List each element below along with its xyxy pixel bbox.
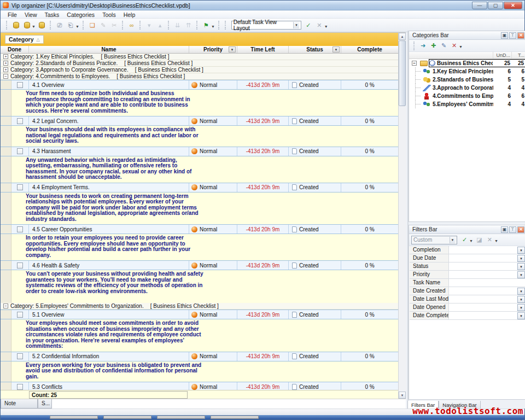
chevron-down-icon[interactable]: ▼: [517, 255, 525, 262]
panel-pin-icon[interactable]: ⊤: [509, 32, 516, 39]
scroll-up-icon[interactable]: ▲: [399, 33, 406, 40]
chevron-down-icon[interactable]: ▼: [469, 239, 473, 243]
tree-item[interactable]: −Business Ethics Checklist2525: [409, 59, 525, 67]
column-header-done[interactable]: Done: [1, 46, 29, 53]
menu-tasks[interactable]: Tasks: [41, 11, 63, 18]
filter-value-field[interactable]: [449, 287, 517, 295]
expand-icon[interactable]: +: [3, 54, 8, 59]
chevron-down-icon[interactable]: ▼: [517, 296, 525, 303]
chevron-down-icon[interactable]: ▼: [517, 247, 525, 254]
panel-restore-icon[interactable]: ▣: [501, 32, 508, 39]
column-header-complete[interactable]: Complete: [341, 46, 398, 53]
view-notes-icon[interactable]: ∞: [127, 21, 137, 30]
chevron-down-icon[interactable]: ▼: [459, 45, 463, 49]
filter-preset-combo[interactable]: Custom ▼: [411, 236, 457, 244]
open-database-icon[interactable]: [22, 21, 32, 30]
tree-header-total[interactable]: T...: [512, 52, 525, 59]
chevron-down-icon[interactable]: ▼: [75, 25, 79, 28]
task-name[interactable]: 4.1 Overview: [29, 80, 189, 89]
category-row[interactable]: −Category: 5.Employees' Commitments to O…: [1, 303, 398, 310]
column-header-priority[interactable]: Priority▼: [189, 46, 237, 53]
task-row[interactable]: 5.1 OverviewNormal-413d 20h 9mCreated0 %: [1, 310, 398, 319]
task-checkbox[interactable]: [17, 384, 23, 390]
filter-value-field[interactable]: [449, 279, 525, 287]
tree-item[interactable]: 4.Commitments to Employees66: [409, 92, 525, 100]
task-checkbox[interactable]: [17, 226, 23, 232]
chevron-down-icon[interactable]: ▼: [517, 288, 525, 295]
category-row[interactable]: +Category: 2.Standards of Business Pract…: [1, 60, 398, 67]
menu-file[interactable]: File: [4, 11, 21, 18]
tab-subtasks[interactable]: S...: [38, 399, 52, 409]
title-bar[interactable]: Vip organizer [C:\Users\dmitry\Desktop\B…: [1, 1, 524, 10]
collapse-icon[interactable]: −: [3, 74, 8, 79]
apply-layout-icon[interactable]: ✓: [304, 21, 313, 30]
menu-tools[interactable]: Tools: [98, 11, 120, 18]
collapse-icon[interactable]: −: [3, 304, 8, 308]
task-name[interactable]: 5.2 Confidential Information: [29, 352, 189, 361]
filter-value-field[interactable]: [449, 254, 517, 262]
minimize-button[interactable]: —: [472, 2, 487, 9]
layout-combo[interactable]: Default Task View Layout ▼: [231, 21, 301, 30]
scrollbar-thumb[interactable]: [399, 40, 406, 106]
tab-note[interactable]: Note: [1, 399, 38, 409]
chevron-down-icon[interactable]: ▼: [494, 239, 498, 243]
collapse-icon[interactable]: −: [412, 61, 417, 66]
move-up-icon[interactable]: ▴: [155, 21, 165, 30]
maximize-button[interactable]: ▢: [488, 2, 503, 9]
menu-view[interactable]: View: [21, 11, 41, 18]
task-row[interactable]: 5.3 ConflictsNormal-413d 20h 9mCreated0 …: [1, 382, 398, 390]
task-name[interactable]: 5.3 Conflicts: [29, 382, 189, 390]
chevron-down-icon[interactable]: ▼: [293, 22, 299, 28]
chevron-down-icon[interactable]: ▼: [517, 263, 525, 270]
grid-vertical-scrollbar[interactable]: ▲ ▼: [398, 33, 406, 399]
cancel-filter-icon[interactable]: ✕: [485, 236, 494, 244]
expand-icon[interactable]: +: [3, 61, 8, 66]
chevron-down-icon[interactable]: ▼: [517, 271, 525, 278]
chevron-down-icon[interactable]: ▼: [324, 25, 328, 28]
duplicate-task-icon[interactable]: ✂: [109, 21, 119, 30]
tree-item-selected[interactable]: Business Ethics Checklist2525: [429, 59, 525, 67]
new-category-icon[interactable]: ✚: [429, 42, 438, 50]
task-name[interactable]: 4.5 Career Opportunities: [29, 225, 189, 234]
filter-value-field[interactable]: [449, 304, 517, 311]
task-row[interactable]: 4.5 Career OpportunitiesNormal-413d 20h …: [1, 224, 398, 234]
group-by-band[interactable]: Category △: [1, 33, 398, 46]
new-task-icon[interactable]: ❏: [88, 21, 97, 30]
priority-filter-dropdown-icon[interactable]: ▼: [229, 46, 236, 52]
group-by-chip-category[interactable]: Category △: [5, 35, 44, 44]
tree-item[interactable]: 1.Key Ethical Principles.66: [409, 67, 525, 75]
tree-item[interactable]: 2.Standards of Business Pra55: [409, 75, 525, 84]
tree-item[interactable]: 5.Employees' Commitments t44: [409, 100, 525, 108]
task-row[interactable]: 5.2 Confidential InformationNormal-413d …: [1, 352, 398, 361]
filter-value-field[interactable]: [449, 295, 517, 303]
menu-help[interactable]: Help: [120, 11, 139, 18]
task-row[interactable]: 4.6 Health & SafetyNormal-413d 20h 9mCre…: [1, 260, 398, 270]
apply-filter-icon[interactable]: ✓: [460, 236, 469, 244]
panel-close-icon[interactable]: ✕: [517, 32, 524, 39]
edit-task-icon[interactable]: ✎: [98, 21, 108, 30]
column-header-time-left[interactable]: Time Left: [237, 46, 289, 53]
column-header-status[interactable]: Status▼: [289, 46, 341, 53]
column-header-name[interactable]: Name: [29, 46, 189, 53]
filter-value-field[interactable]: [449, 312, 517, 319]
task-checkbox[interactable]: [17, 148, 23, 154]
task-name[interactable]: 4.6 Health & Safety: [29, 261, 189, 270]
chevron-down-icon[interactable]: ▼: [517, 312, 525, 319]
move-top-icon[interactable]: ⇈: [184, 21, 194, 30]
new-checklist-icon[interactable]: ➜: [418, 42, 428, 50]
panel-restore-icon[interactable]: ▣: [501, 226, 508, 233]
tree-item[interactable]: 3.Approach to Corporate Go44: [409, 84, 525, 92]
task-name[interactable]: 4.2 Legal Concern.: [29, 116, 189, 125]
task-name[interactable]: 5.1 Overview: [29, 310, 189, 319]
print-preview-icon[interactable]: ⎗: [66, 21, 75, 30]
category-row[interactable]: −Category: 4.Commitments to Employees.[ …: [1, 73, 398, 80]
task-checkbox[interactable]: [17, 353, 23, 359]
task-checkbox[interactable]: [17, 184, 23, 190]
tree-header-undone[interactable]: UnD...: [493, 52, 512, 59]
workspace-icon[interactable]: ⚑: [201, 21, 211, 30]
chevron-down-icon[interactable]: ▼: [517, 304, 525, 311]
save-database-icon[interactable]: [37, 21, 47, 30]
task-checkbox[interactable]: [17, 312, 23, 318]
task-row[interactable]: 4.3 HarassmentNormal-413d 20h 9mCreated0…: [1, 147, 398, 156]
task-checkbox[interactable]: [17, 118, 23, 124]
